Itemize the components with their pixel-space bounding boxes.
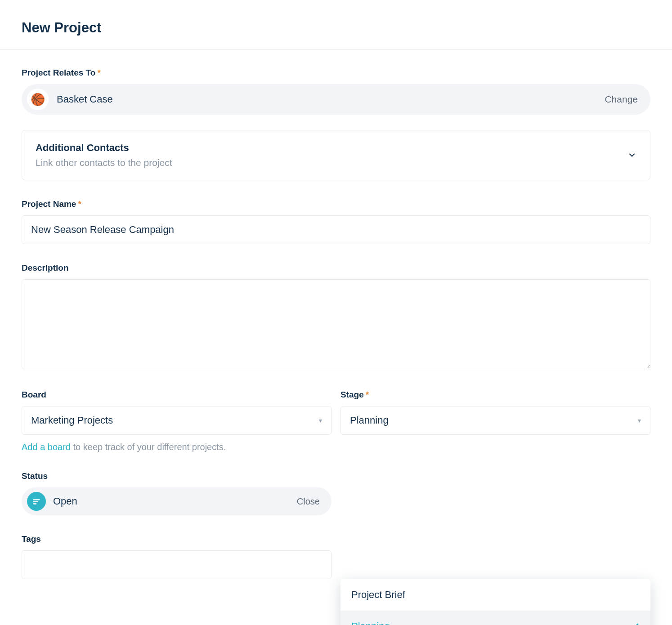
required-asterisk: * — [78, 199, 81, 209]
stage-select[interactable]: Planning ▾ — [340, 406, 650, 435]
board-hint-rest: to keep track of your different projects… — [71, 442, 226, 452]
page-title: New Project — [22, 20, 650, 36]
status-label: Status — [22, 471, 332, 481]
description-textarea[interactable] — [22, 279, 650, 369]
project-name-label-text: Project Name — [22, 199, 76, 209]
status-value: Open — [53, 496, 77, 507]
status-icon — [27, 492, 46, 511]
stage-label: Stage* — [340, 390, 650, 400]
contacts-title: Additional Contacts — [36, 142, 172, 154]
stage-option-label: Planning — [351, 621, 390, 625]
stage-dropdown: Project BriefPlanningDeliveryMonitorRevi… — [340, 579, 650, 625]
stage-option[interactable]: Planning — [340, 611, 650, 625]
caret-down-icon: ▾ — [319, 417, 322, 424]
change-button[interactable]: Change — [605, 94, 638, 105]
add-board-link[interactable]: Add a board — [22, 442, 71, 452]
tags-input[interactable] — [22, 550, 332, 579]
stage-value: Planning — [350, 415, 389, 426]
board-value: Marketing Projects — [31, 415, 113, 426]
description-label: Description — [22, 263, 650, 273]
relates-label-text: Project Relates To — [22, 68, 95, 77]
stage-option[interactable]: Project Brief — [340, 579, 650, 611]
close-button[interactable]: Close — [297, 496, 320, 507]
caret-down-icon: ▾ — [638, 417, 641, 424]
relates-label: Project Relates To* — [22, 68, 650, 78]
stage-label-text: Stage — [340, 390, 364, 399]
relates-avatar: 🏀 — [27, 89, 49, 110]
additional-contacts-card[interactable]: Additional Contacts Link other contacts … — [22, 130, 650, 180]
relates-card: 🏀 Basket Case Change — [22, 84, 650, 115]
required-asterisk: * — [97, 68, 100, 77]
check-icon — [629, 621, 640, 625]
relates-name: Basket Case — [57, 94, 113, 105]
status-pill: Open Close — [22, 487, 332, 515]
project-name-label: Project Name* — [22, 199, 650, 209]
stage-option-label: Project Brief — [351, 589, 405, 601]
board-hint: Add a board to keep track of your differ… — [22, 442, 332, 452]
basketball-icon: 🏀 — [31, 93, 45, 107]
chevron-down-icon — [627, 151, 636, 160]
project-name-input[interactable] — [22, 215, 650, 244]
contacts-subtitle: Link other contacts to the project — [36, 157, 172, 168]
tags-label: Tags — [22, 534, 332, 544]
required-asterisk: * — [366, 390, 369, 399]
bars-icon — [31, 496, 41, 506]
board-label: Board — [22, 390, 332, 400]
board-select[interactable]: Marketing Projects ▾ — [22, 406, 332, 435]
